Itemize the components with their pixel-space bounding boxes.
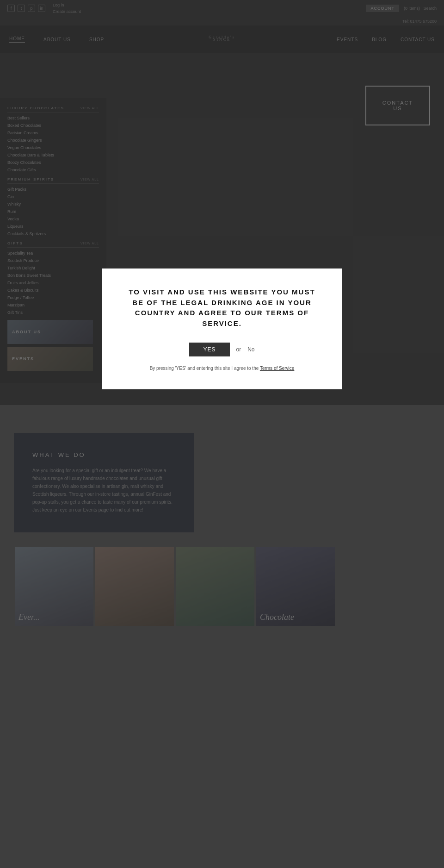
age-modal-title: TO VISIT AND USE THIS WEBSITE YOU MUST B… [125, 287, 319, 329]
age-modal-buttons: YES or No [125, 343, 319, 356]
age-no-link[interactable]: No [247, 346, 254, 353]
page-overlay: TO VISIT AND USE THIS WEBSITE YOU MUST B… [0, 0, 444, 868]
age-modal-footer: By pressing 'YES' and entering this site… [125, 366, 319, 371]
age-verification-modal: TO VISIT AND USE THIS WEBSITE YOU MUST B… [102, 269, 342, 389]
or-text: or [236, 346, 241, 353]
age-yes-button[interactable]: YES [189, 343, 229, 356]
terms-of-service-link[interactable]: Terms of Service [260, 366, 294, 371]
